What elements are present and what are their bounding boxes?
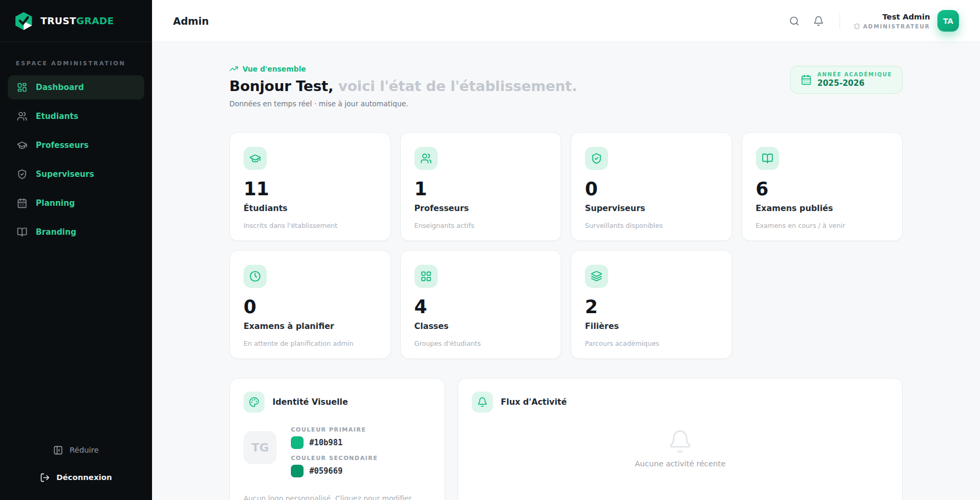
sidebar-item-professeurs[interactable]: Professeurs	[8, 133, 144, 157]
panel-title: Flux d'Activité	[501, 397, 567, 407]
stats-grid: 11 Étudiants Inscrits dans l'établisseme…	[229, 132, 903, 359]
overview-eyebrow-label: Vue d'ensemble	[243, 65, 306, 73]
user-role-label: ADMINISTRATEUR	[863, 23, 930, 29]
panel-icon-tile	[244, 392, 265, 413]
layout-dashboard-icon	[17, 82, 27, 93]
academic-year-value: 2025-2026	[817, 78, 892, 88]
stat-card-superviseurs: 0 Superviseurs Surveillants disponibles	[571, 132, 732, 241]
academic-year-badge: ANNÉE ACADÉMIQUE 2025-2026	[790, 66, 903, 94]
panel-header: Flux d'Activité	[472, 392, 888, 413]
greeting-subtitle: Données en temps réel · mise à jour auto…	[229, 99, 577, 108]
stat-value: 0	[585, 180, 718, 198]
activity-empty-state: Aucune activité récente	[458, 429, 902, 468]
notifications-button[interactable]	[809, 12, 828, 31]
layers-icon	[591, 271, 602, 282]
stat-value: 6	[756, 180, 889, 198]
topbar-actions: Test Admin ADMINISTRATEUR TA	[785, 10, 959, 32]
panel-left-close-icon	[53, 445, 63, 455]
brand-logo[interactable]: TRUSTGRADE	[0, 0, 152, 42]
book-open-icon	[17, 227, 27, 237]
trustgrade-logo-icon	[14, 11, 34, 31]
primary-color-swatch[interactable]	[291, 436, 304, 449]
page-title: Admin	[173, 15, 209, 27]
secondary-color-hex: #059669	[309, 466, 342, 476]
sidebar-item-superviseurs[interactable]: Superviseurs	[8, 162, 144, 186]
logout-label: Déconnexion	[56, 473, 112, 482]
sidebar-item-label: Branding	[36, 227, 76, 237]
stat-icon-tile	[244, 265, 267, 288]
secondary-color-label: COULEUR SECONDAIRE	[291, 455, 378, 462]
stat-label: Examens à planifier	[244, 322, 377, 331]
bell-icon	[477, 397, 488, 407]
calendar-icon	[801, 74, 812, 85]
stat-description: Enseignants actifs	[415, 222, 548, 229]
users-icon	[17, 111, 27, 122]
user-menu[interactable]: Test Admin ADMINISTRATEUR TA	[854, 10, 959, 32]
stat-label: Examens publiés	[756, 204, 889, 213]
logo-upload-placeholder[interactable]: TG	[244, 431, 277, 464]
secondary-color-row: #059669	[291, 465, 378, 477]
stat-card-examens-a-planifier: 0 Examens à planifier En attente de plan…	[229, 250, 391, 359]
logout-button[interactable]: Déconnexion	[32, 466, 120, 488]
palette-icon	[249, 397, 259, 407]
panel-title: Identité Visuelle	[272, 397, 348, 407]
panel-header: Identité Visuelle	[244, 392, 431, 413]
sidebar-item-label: Professeurs	[36, 141, 88, 150]
sidebar-item-branding[interactable]: Branding	[8, 220, 144, 244]
stat-label: Étudiants	[244, 204, 377, 213]
stat-card-professeurs: 1 Professeurs Enseignants actifs	[400, 132, 562, 241]
primary-color-hex: #10b981	[309, 438, 342, 447]
clock-icon	[249, 271, 261, 282]
visual-identity-panel: Identité Visuelle TG COULEUR PRIMAIRE #1…	[229, 378, 445, 500]
stat-card-examens-publies: 6 Examens publiés Examens en cours / à v…	[742, 132, 903, 241]
topbar: Admin Test Admin ADMINISTRATEUR	[152, 0, 980, 42]
bell-icon	[813, 16, 824, 26]
stat-icon-tile	[244, 147, 267, 170]
sidebar-item-etudiants[interactable]: Etudiants	[8, 104, 144, 128]
sidebar-footer: Réduire Déconnexion	[0, 439, 152, 500]
stat-label: Classes	[415, 322, 548, 331]
stat-value: 2	[585, 298, 718, 316]
sidebar-item-label: Dashboard	[36, 83, 84, 92]
sidebar-item-planning[interactable]: Planning	[8, 191, 144, 215]
stat-icon-tile	[756, 147, 779, 170]
users-icon	[420, 153, 432, 164]
panel-icon-tile	[472, 392, 493, 413]
sidebar-item-dashboard[interactable]: Dashboard	[8, 75, 144, 99]
stat-icon-tile	[415, 265, 438, 288]
main-content: Vue d'ensemble Bonjour Test, voici l'éta…	[152, 42, 980, 500]
topbar-divider	[840, 13, 840, 29]
stat-icon-tile	[585, 147, 608, 170]
sidebar-item-label: Superviseurs	[36, 169, 94, 179]
stat-description: Inscrits dans l'établissement	[244, 222, 377, 229]
branding-body: TG COULEUR PRIMAIRE #10b981 COULEUR SECO…	[244, 426, 431, 483]
stat-card-classes: 4 Classes Groupes d'étudiants	[400, 250, 562, 359]
activity-feed-panel: Flux d'Activité Aucune activité récente	[458, 378, 903, 500]
search-button[interactable]	[785, 12, 804, 31]
bell-icon	[668, 429, 693, 454]
stat-label: Professeurs	[415, 204, 548, 213]
stat-description: Surveillants disponibles	[585, 222, 718, 229]
collapse-sidebar-button[interactable]: Réduire	[45, 439, 107, 461]
shield-check-icon	[591, 153, 602, 164]
overview-eyebrow: Vue d'ensemble	[229, 64, 577, 73]
activity-empty-text: Aucune activité récente	[635, 459, 726, 468]
stat-value: 1	[415, 180, 548, 198]
calendar-icon	[17, 198, 27, 208]
stat-description: Examens en cours / à venir	[756, 222, 889, 229]
sidebar-item-label: Etudiants	[36, 112, 78, 121]
secondary-color-swatch[interactable]	[291, 465, 304, 477]
logout-icon	[40, 473, 50, 483]
graduation-cap-icon	[249, 153, 261, 164]
stat-label: Superviseurs	[585, 204, 718, 213]
avatar[interactable]: TA	[937, 10, 959, 32]
page-header: Vue d'ensemble Bonjour Test, voici l'éta…	[229, 64, 903, 108]
academic-year-label: ANNÉE ACADÉMIQUE	[817, 72, 892, 77]
sidebar-section-label: ESPACE ADMINISTRATION	[0, 42, 152, 75]
primary-color-row: #10b981	[291, 436, 378, 449]
collapse-label: Réduire	[69, 446, 98, 454]
stat-value: 4	[415, 298, 548, 316]
search-icon	[789, 16, 800, 26]
user-meta: Test Admin ADMINISTRATEUR	[854, 12, 930, 29]
user-name: Test Admin	[854, 12, 930, 22]
